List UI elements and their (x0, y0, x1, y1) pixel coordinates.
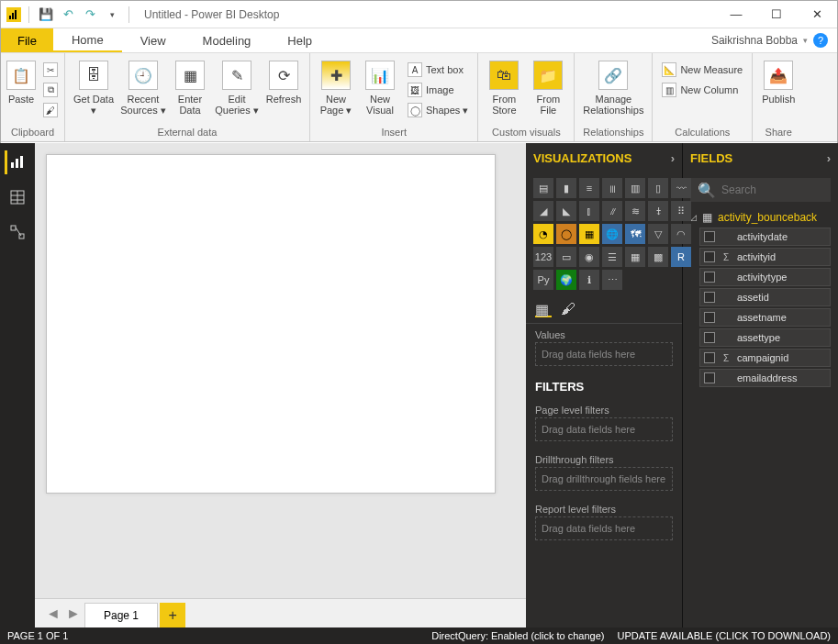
viz-stacked-area-icon[interactable]: ◣ (556, 201, 576, 221)
image-button[interactable]: 🖼Image (404, 81, 472, 99)
drill-filters-dropzone[interactable]: Drag drillthrough fields here (535, 467, 673, 491)
viz-multi-card-icon[interactable]: ▭ (556, 247, 576, 267)
redo-icon[interactable]: ↷ (81, 6, 99, 24)
cut-button[interactable]: ✂ (39, 61, 61, 79)
shapes-button[interactable]: ◯Shapes ▾ (404, 101, 472, 119)
viz-ribbon-icon[interactable]: ≋ (625, 201, 645, 221)
viz-clustered-bar-icon[interactable]: ≡ (579, 178, 599, 198)
report-filters-dropzone[interactable]: Drag data fields here (535, 516, 673, 540)
status-directquery[interactable]: DirectQuery: Enabled (click to change) (431, 630, 604, 641)
field-campaignid[interactable]: Σcampaignid (699, 349, 831, 367)
format-painter-button[interactable]: 🖌 (39, 101, 61, 119)
publish-button[interactable]: 📤Publish (758, 57, 799, 125)
data-view-button[interactable] (6, 185, 29, 209)
file-menu[interactable]: File (1, 28, 53, 52)
close-button[interactable]: ✕ (797, 1, 837, 28)
field-checkbox[interactable] (704, 332, 715, 343)
viz-gauge-icon[interactable]: ◠ (671, 224, 691, 244)
field-checkbox[interactable] (704, 292, 715, 303)
maximize-button[interactable]: ☐ (756, 1, 797, 28)
viz-waterfall-icon[interactable]: ⤈ (648, 201, 668, 221)
page-filters-dropzone[interactable]: Drag data fields here (535, 417, 673, 441)
view-tab[interactable]: View (122, 28, 184, 52)
viz-100-bar-icon[interactable]: ▥ (625, 178, 645, 198)
textbox-button[interactable]: AText box (404, 61, 472, 79)
fields-search-input[interactable] (721, 183, 838, 196)
viz-line-stacked-col-icon[interactable]: ⫿ (579, 201, 599, 221)
qat-customize-icon[interactable]: ▾ (103, 6, 121, 24)
viz-scatter-icon[interactable]: ⠿ (671, 201, 691, 221)
paste-button[interactable]: 📋 Paste (6, 57, 36, 125)
viz-r-visual-icon[interactable]: R (671, 247, 691, 267)
viz-kpi-icon[interactable]: ◉ (579, 247, 599, 267)
field-emailaddress[interactable]: emailaddress (699, 369, 831, 387)
field-checkbox[interactable] (704, 272, 715, 283)
viz-python-icon[interactable]: Py (533, 270, 553, 290)
field-activitytype[interactable]: activitytype (699, 268, 831, 286)
model-view-button[interactable] (6, 220, 29, 244)
new-page-button[interactable]: ✚New Page ▾ (316, 57, 356, 125)
field-checkbox[interactable] (704, 251, 715, 262)
help-tab[interactable]: Help (269, 28, 330, 52)
page-next-button[interactable]: ► (64, 605, 83, 623)
copy-button[interactable]: ⧉ (39, 81, 61, 99)
field-activityid[interactable]: Σactivityid (699, 248, 831, 266)
fields-tool-icon[interactable]: ▦ (535, 301, 552, 317)
minimize-button[interactable]: — (716, 1, 756, 28)
viz-more-icon[interactable]: ⋯ (602, 270, 622, 290)
viz-line-clustered-col-icon[interactable]: ⫽ (602, 201, 622, 221)
viz-treemap-icon[interactable]: ▦ (579, 224, 599, 244)
enter-data-button[interactable]: ▦Enter Data (170, 57, 210, 125)
viz-table-icon[interactable]: ▦ (625, 247, 645, 267)
viz-card-icon[interactable]: 123 (533, 247, 553, 267)
from-file-button[interactable]: 📁From File (528, 57, 568, 125)
chevron-down-icon[interactable]: ▾ (803, 36, 808, 45)
viz-clustered-column-icon[interactable]: ⫼ (602, 178, 622, 198)
fields-collapse-button[interactable]: › (827, 151, 831, 165)
new-measure-button[interactable]: 📐New Measure (658, 61, 746, 79)
viz-line-icon[interactable]: 〰 (671, 178, 691, 198)
field-checkbox[interactable] (704, 231, 715, 242)
new-visual-button[interactable]: 📊New Visual (360, 57, 400, 125)
viz-arcgis-icon[interactable]: 🌍 (556, 270, 576, 290)
viz-collapse-button[interactable]: › (671, 151, 675, 165)
from-store-button[interactable]: 🛍From Store (484, 57, 524, 125)
home-tab[interactable]: Home (53, 28, 122, 52)
viz-pie-icon[interactable]: ◔ (533, 224, 553, 244)
page-tab-1[interactable]: Page 1 (84, 603, 158, 628)
viz-donut-icon[interactable]: ◯ (556, 224, 576, 244)
recent-sources-button[interactable]: 🕘Recent Sources ▾ (120, 57, 166, 125)
report-canvas[interactable] (46, 154, 496, 494)
field-activitydate[interactable]: activitydate (699, 228, 831, 246)
manage-relationships-button[interactable]: 🔗Manage Relationships (580, 57, 646, 125)
field-checkbox[interactable] (704, 312, 715, 323)
viz-slicer-icon[interactable]: ☰ (602, 247, 622, 267)
viz-matrix-icon[interactable]: ▩ (648, 247, 668, 267)
field-assetname[interactable]: assetname (699, 308, 831, 327)
fields-search[interactable]: 🔍 (690, 178, 831, 202)
viz-100-column-icon[interactable]: ▯ (648, 178, 668, 198)
viz-stacked-bar-icon[interactable]: ▤ (533, 178, 553, 198)
format-tool-icon[interactable]: 🖌 (561, 301, 577, 317)
help-icon[interactable]: ? (813, 33, 828, 48)
viz-stacked-column-icon[interactable]: ▮ (556, 178, 576, 198)
modeling-tab[interactable]: Modeling (184, 28, 270, 52)
viz-map-icon[interactable]: 🌐 (602, 224, 622, 244)
viz-area-icon[interactable]: ◢ (533, 201, 553, 221)
new-column-button[interactable]: ▥New Column (658, 81, 746, 99)
viz-filled-map-icon[interactable]: 🗺 (625, 224, 645, 244)
table-header[interactable]: ◿ ▦ activity_bounceback (683, 207, 838, 228)
field-checkbox[interactable] (704, 352, 715, 363)
undo-icon[interactable]: ↶ (59, 6, 77, 24)
field-assettype[interactable]: assettype (699, 328, 831, 347)
add-page-button[interactable]: + (160, 603, 185, 628)
values-dropzone[interactable]: Drag data fields here (535, 342, 673, 366)
refresh-button[interactable]: ⟳Refresh (263, 57, 304, 125)
field-assetid[interactable]: assetid (699, 288, 831, 306)
viz-keyinf-icon[interactable]: ℹ (579, 270, 599, 290)
status-update[interactable]: UPDATE AVAILABLE (CLICK TO DOWNLOAD) (618, 630, 831, 641)
viz-funnel-icon[interactable]: ▽ (648, 224, 668, 244)
get-data-button[interactable]: 🗄Get Data ▾ (71, 57, 117, 125)
edit-queries-button[interactable]: ✎Edit Queries ▾ (214, 57, 260, 125)
report-view-button[interactable] (5, 150, 28, 174)
